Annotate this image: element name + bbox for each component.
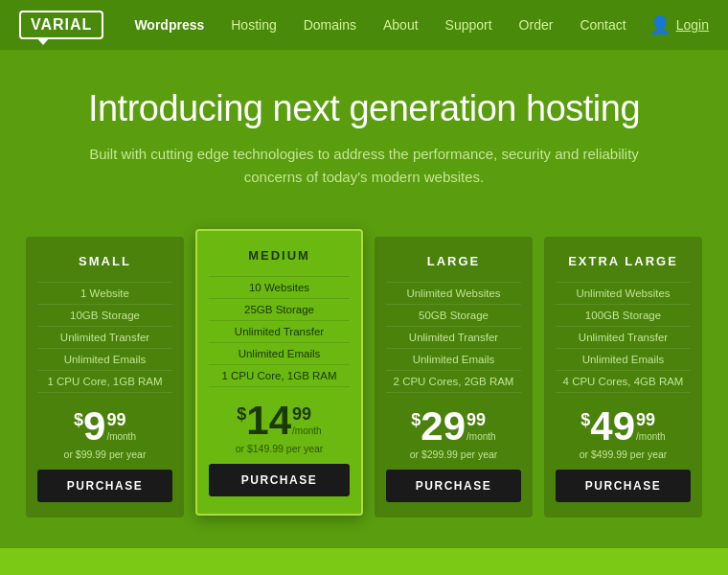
plan-feature-item: 4 CPU Cores, 4GB RAM [556, 371, 691, 393]
price-block: $ 49 99 /month or $499.99 per year [556, 406, 691, 460]
navbar: VARIAL Wordpress Hosting Domains About S… [0, 0, 728, 50]
nav-link-about[interactable]: About [372, 12, 430, 38]
plan-feature-item: 100GB Storage [556, 305, 691, 327]
nav-links: Wordpress Hosting Domains About Support … [123, 12, 648, 38]
price-annual: or $499.99 per year [556, 448, 691, 460]
price-block: $ 29 99 /month or $299.99 per year [386, 406, 521, 460]
price-annual: or $99.99 per year [37, 448, 172, 460]
plan-medium: MEDIUM10 Websites25GB StorageUnlimited T… [195, 229, 363, 516]
plan-large: LARGEUnlimited Websites50GB StorageUnlim… [375, 237, 533, 518]
price-main: $ 49 99 /month [556, 406, 691, 447]
plan-name: SMALL [37, 254, 172, 268]
price-cents: 99 [466, 410, 486, 431]
nav-link-order[interactable]: Order [508, 12, 565, 38]
plan-feature-item: Unlimited Transfer [556, 327, 691, 349]
price-cents-wrap: 99 /month [292, 401, 322, 436]
price-period: /month [466, 431, 496, 442]
price-period: /month [106, 431, 136, 442]
price-cents-wrap: 99 /month [106, 406, 136, 442]
logo-text: VARIAL [31, 16, 92, 33]
hero-section: Introducing next generation hosting Buil… [0, 50, 728, 208]
nav-link-support[interactable]: Support [434, 12, 504, 38]
logo[interactable]: VARIAL [19, 11, 103, 39]
plan-feature-item: Unlimited Emails [556, 349, 691, 371]
plan-feature-item: Unlimited Emails [37, 349, 172, 371]
nav-link-hosting[interactable]: Hosting [219, 12, 287, 38]
price-main: $ 29 99 /month [386, 406, 521, 447]
price-annual: or $299.99 per year [386, 448, 521, 460]
plan-feature-item: 1 CPU Core, 1GB RAM [209, 365, 350, 387]
plan-feature-item: 1 Website [37, 282, 172, 305]
nav-link-wordpress[interactable]: Wordpress [123, 12, 216, 38]
price-dollar: $ [74, 410, 83, 430]
plan-features: Unlimited Websites100GB StorageUnlimited… [556, 282, 691, 393]
price-cents-wrap: 99 /month [466, 406, 496, 442]
price-cents-wrap: 99 /month [636, 406, 666, 442]
plan-feature-item: Unlimited Emails [209, 343, 350, 365]
plan-feature-item: 10GB Storage [37, 305, 172, 327]
price-number: 14 [246, 401, 291, 441]
plan-features: 10 Websites25GB StorageUnlimited Transfe… [209, 276, 350, 387]
plan-extra-large: EXTRA LARGEUnlimited Websites100GB Stora… [544, 237, 702, 518]
nav-link-contact[interactable]: Contact [568, 12, 637, 38]
hero-subtitle: Built with cutting edge technologies to … [86, 143, 642, 189]
price-period: /month [636, 431, 666, 442]
plan-feature-item: Unlimited Transfer [37, 327, 172, 349]
bottom-bar [0, 548, 728, 575]
plan-feature-item: 25GB Storage [209, 299, 350, 321]
price-main: $ 9 99 /month [37, 406, 172, 447]
price-block: $ 14 99 /month or $149.99 per year [209, 401, 350, 454]
plan-name: MEDIUM [209, 248, 350, 263]
hero-title: Introducing next generation hosting [19, 88, 709, 129]
purchase-button[interactable]: PURCHASE [37, 470, 172, 502]
plan-feature-item: Unlimited Websites [556, 282, 691, 305]
plan-name: EXTRA LARGE [556, 254, 691, 268]
price-number: 29 [421, 406, 466, 447]
price-annual: or $149.99 per year [209, 443, 350, 454]
price-main: $ 14 99 /month [209, 401, 350, 441]
plan-feature-item: 1 CPU Core, 1GB RAM [37, 371, 172, 393]
plan-feature-item: Unlimited Emails [386, 349, 521, 371]
plan-small: SMALL1 Website10GB StorageUnlimited Tran… [26, 237, 184, 518]
login-link[interactable]: Login [676, 17, 709, 33]
price-period: /month [292, 426, 322, 436]
price-number: 49 [590, 406, 635, 447]
price-cents: 99 [106, 410, 125, 431]
nav-link-domains[interactable]: Domains [292, 12, 368, 38]
plan-feature-item: 50GB Storage [386, 305, 521, 327]
plan-name: LARGE [386, 254, 521, 268]
purchase-button[interactable]: PURCHASE [209, 464, 350, 496]
plan-feature-item: 10 Websites [209, 276, 350, 299]
price-dollar: $ [411, 410, 421, 430]
plan-feature-item: Unlimited Websites [386, 282, 521, 305]
price-cents: 99 [636, 410, 655, 431]
price-block: $ 9 99 /month or $99.99 per year [37, 406, 172, 460]
purchase-button[interactable]: PURCHASE [386, 470, 521, 502]
plan-features: 1 Website10GB StorageUnlimited TransferU… [37, 282, 172, 393]
plan-feature-item: Unlimited Transfer [386, 327, 521, 349]
nav-right: 👤 Login [649, 14, 709, 35]
price-dollar: $ [237, 404, 246, 425]
pricing-section: SMALL1 Website10GB StorageUnlimited Tran… [19, 237, 709, 518]
price-number: 9 [83, 406, 105, 447]
plan-features: Unlimited Websites50GB StorageUnlimited … [386, 282, 521, 393]
plan-feature-item: 2 CPU Cores, 2GB RAM [386, 371, 521, 393]
price-dollar: $ [580, 410, 590, 430]
price-cents: 99 [292, 404, 311, 426]
plan-feature-item: Unlimited Transfer [209, 321, 350, 343]
user-icon: 👤 [649, 14, 671, 35]
purchase-button[interactable]: PURCHASE [556, 470, 691, 502]
